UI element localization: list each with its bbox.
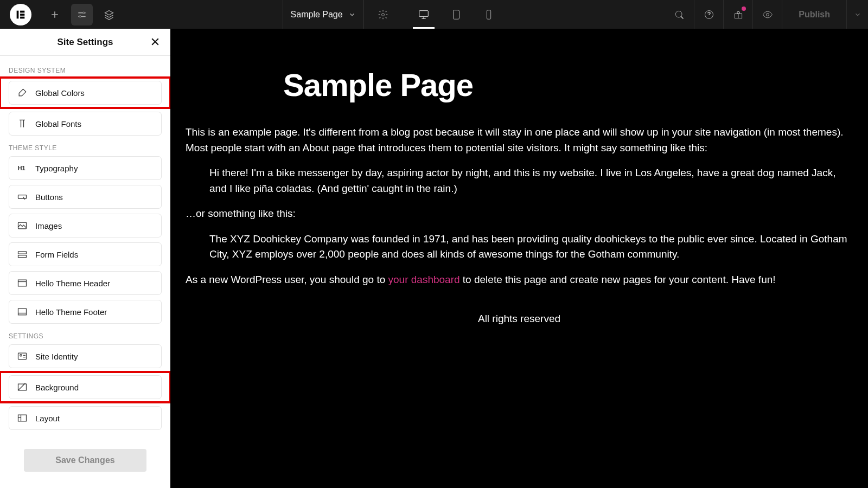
page-selector[interactable]: Sample Page [283, 0, 364, 29]
menu-typography[interactable]: H1 Typography [9, 156, 162, 180]
p3-post: to delete this page and create new pages… [460, 274, 776, 285]
svg-rect-0 [17, 10, 19, 18]
close-icon [150, 36, 161, 47]
paragraph-3: As a new WordPress user, you should go t… [186, 272, 853, 288]
gift-icon [733, 9, 744, 20]
menu-layout[interactable]: Layout [9, 406, 162, 430]
menu-label: Buttons [35, 192, 63, 202]
svg-rect-21 [18, 353, 27, 359]
structure-button[interactable] [95, 0, 123, 29]
svg-rect-2 [20, 14, 24, 16]
svg-rect-7 [419, 10, 428, 16]
topbar: Sample Page [0, 0, 868, 29]
section-settings: SETTINGS [9, 332, 162, 340]
h1-icon: H1 [17, 163, 28, 174]
svg-rect-20 [18, 309, 27, 315]
svg-point-13 [766, 13, 769, 16]
publish-options-button[interactable] [846, 0, 868, 29]
menu-label: Background [35, 383, 79, 392]
device-mobile-button[interactable] [473, 0, 505, 29]
button-icon [17, 191, 28, 202]
menu-hello-header[interactable]: Hello Theme Header [9, 271, 162, 295]
svg-rect-19 [18, 280, 27, 286]
menu-label: Global Colors [35, 88, 85, 98]
dashboard-link[interactable]: your dashboard [388, 274, 460, 285]
svg-rect-8 [453, 10, 459, 19]
svg-rect-18 [18, 255, 27, 258]
panel-close-button[interactable] [150, 36, 161, 49]
page-name-label: Sample Page [291, 10, 343, 20]
elementor-logo-icon [15, 9, 27, 21]
mobile-icon [483, 9, 495, 21]
tablet-icon [450, 9, 462, 21]
menu-background[interactable]: Background [9, 375, 162, 399]
whats-new-button[interactable] [723, 0, 752, 29]
finder-button[interactable] [665, 0, 694, 29]
menu-images[interactable]: Images [9, 214, 162, 237]
layout-icon [17, 413, 28, 423]
svg-point-5 [79, 15, 81, 17]
panel-title: Site Settings [58, 37, 113, 48]
menu-site-identity[interactable]: Site Identity [9, 344, 162, 368]
desktop-icon [418, 9, 430, 21]
menu-label: Layout [35, 414, 60, 423]
svg-text:H1: H1 [18, 165, 25, 171]
quote-2: The XYZ Doohickey Company was founded in… [209, 232, 853, 262]
highlight-global-colors: Global Colors [0, 76, 170, 109]
svg-rect-24 [18, 415, 27, 421]
topbar-right: Publish [665, 0, 868, 29]
menu-label: Hello Theme Footer [35, 307, 107, 317]
menu-label: Hello Theme Header [35, 279, 110, 288]
svg-rect-9 [487, 10, 490, 19]
panel-body[interactable]: DESIGN SYSTEM Global Colors Global Fonts… [0, 56, 170, 438]
preview-button[interactable] [752, 0, 782, 29]
gear-icon [378, 9, 388, 20]
save-changes-button[interactable]: Save Changes [24, 449, 146, 472]
svg-point-6 [381, 13, 384, 16]
site-settings-panel: Site Settings DESIGN SYSTEM Global Color… [0, 29, 170, 488]
menu-global-colors[interactable]: Global Colors [9, 81, 162, 105]
menu-label: Form Fields [35, 250, 78, 259]
menu-buttons[interactable]: Buttons [9, 185, 162, 209]
elementor-logo[interactable] [10, 4, 31, 25]
brush-icon [17, 87, 28, 98]
publish-button[interactable]: Publish [782, 0, 846, 29]
footer-icon [17, 306, 28, 317]
svg-rect-1 [20, 10, 24, 12]
menu-label: Site Identity [35, 352, 78, 361]
svg-rect-15 [18, 195, 27, 199]
menu-label: Global Fonts [35, 119, 81, 129]
highlight-background: Background [0, 371, 170, 403]
device-tablet-button[interactable] [440, 0, 473, 29]
section-theme-style: THEME STYLE [9, 144, 162, 152]
device-switcher [407, 0, 505, 29]
chevron-down-icon [348, 11, 356, 18]
page-heading: Sample Page [283, 67, 853, 103]
topbar-center: Sample Page [123, 0, 665, 29]
identity-icon [17, 351, 28, 362]
plus-icon [49, 9, 60, 20]
svg-point-22 [20, 355, 22, 356]
menu-global-fonts[interactable]: Global Fonts [9, 112, 162, 136]
menu-label: Typography [35, 164, 78, 173]
header-icon [17, 278, 28, 288]
menu-form-fields[interactable]: Form Fields [9, 242, 162, 266]
sliders-icon [76, 9, 87, 20]
device-desktop-button[interactable] [407, 0, 440, 29]
page-settings-button[interactable] [369, 0, 397, 29]
help-icon [704, 9, 714, 20]
paragraph-2: …or something like this: [186, 206, 853, 222]
p3-pre: As a new WordPress user, you should go t… [186, 274, 388, 285]
svg-point-10 [676, 11, 682, 17]
editor-canvas[interactable]: Sample Page This is an example page. It'… [170, 29, 868, 488]
svg-point-4 [83, 12, 85, 14]
image-icon [17, 220, 28, 231]
topbar-left [0, 0, 123, 29]
help-button[interactable] [694, 0, 723, 29]
menu-hello-footer[interactable]: Hello Theme Footer [9, 300, 162, 324]
svg-rect-3 [20, 16, 24, 18]
add-element-button[interactable] [41, 0, 68, 29]
layers-icon [104, 9, 114, 20]
intro-paragraph: This is an example page. It's different … [186, 125, 853, 156]
site-settings-button[interactable] [71, 4, 93, 25]
